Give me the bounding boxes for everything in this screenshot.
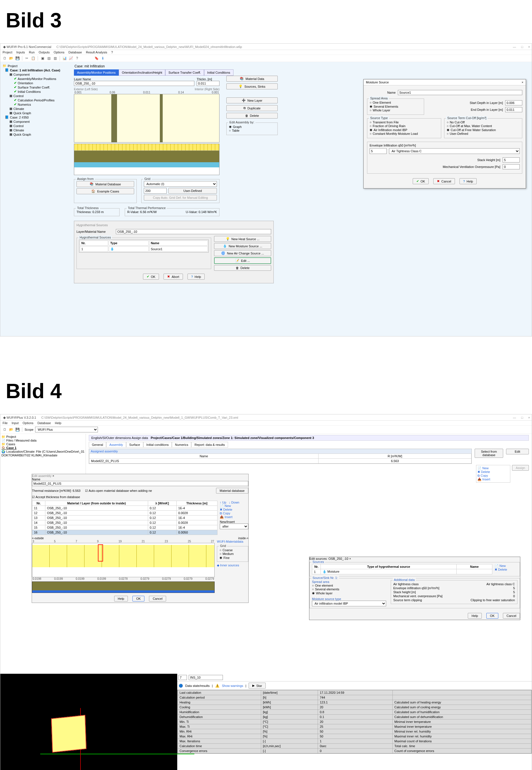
maximize-button[interactable]: □: [521, 416, 523, 419]
table-row[interactable]: 15OSB_250_-100.121E-4: [32, 525, 217, 530]
tab-initial[interactable]: Initial Conditions: [204, 69, 233, 76]
grid-coarse[interactable]: ○ Coarse: [219, 548, 246, 552]
tree-quickgraph[interactable]: ▦ Quick Graph: [1, 111, 70, 115]
help-icon[interactable]: ?: [75, 56, 79, 61]
ea-ok-button[interactable]: OK: [132, 596, 144, 602]
assign-button[interactable]: Assign: [512, 465, 529, 471]
es-help-button[interactable]: Help: [468, 613, 482, 619]
tree-surface[interactable]: ✔ Surface Transfer Coeff.: [1, 85, 70, 89]
tree-cases[interactable]: 📁 Cases: [1, 443, 84, 446]
ea-cancel-button[interactable]: Cancel: [149, 596, 166, 602]
tree-numerics[interactable]: ✔ Numerics: [1, 102, 70, 106]
table-row[interactable]: 1💧Source1: [80, 246, 208, 252]
3d-viewer[interactable]: [0, 674, 177, 770]
duplicate-button[interactable]: ⧉ Duplicate: [226, 105, 278, 111]
assembly-chart[interactable]: [32, 543, 215, 577]
delete-source-button[interactable]: 🗑 Delete: [214, 265, 271, 271]
show-warnings-link[interactable]: Show warnings: [222, 684, 243, 687]
mech-overpressure-input[interactable]: [503, 164, 520, 169]
grid-count-input[interactable]: [144, 188, 167, 194]
assembly-graph[interactable]: [74, 94, 219, 142]
about-icon[interactable]: ℹ: [100, 56, 105, 61]
spread-one-element[interactable]: ○ One Element: [370, 101, 422, 104]
tool-b-icon[interactable]: ▤: [47, 56, 51, 61]
tree-case1[interactable]: 🏠 Case 1: [1, 446, 84, 450]
new-layer-button[interactable]: ➕ New Layer: [226, 97, 278, 103]
abort-button[interactable]: ✖ Abort: [164, 273, 183, 279]
scope-select[interactable]: WUFI Plus: [35, 427, 98, 433]
new-air-change-source-button[interactable]: 🌀 New Air Change Source ...: [214, 250, 271, 256]
tree-c2-control[interactable]: ▦ Control: [1, 124, 70, 128]
menu-result-analysis[interactable]: Result Analysis: [86, 51, 107, 54]
layer-name-input[interactable]: [74, 81, 194, 86]
stack-height-input[interactable]: [503, 157, 520, 162]
assembly-graph-lower[interactable]: [74, 144, 219, 175]
paste-icon[interactable]: 📋: [31, 56, 35, 61]
help-button[interactable]: ? Help: [188, 273, 205, 279]
spread-whole-layer[interactable]: ○ Whole Layer: [370, 108, 422, 112]
close-icon[interactable]: ×: [349, 557, 351, 560]
edit-by-graph[interactable]: ◉Graph: [229, 125, 275, 128]
tab-surface[interactable]: Surface: [126, 442, 143, 448]
table-row[interactable]: 14OSB_250_-100.120.0028: [32, 520, 217, 525]
tree-measured[interactable]: 📄 Files / Measured data: [1, 439, 84, 443]
ms-name-input[interactable]: [398, 90, 522, 95]
new-moisture-source-button[interactable]: 💧 New Moisture Source ...: [214, 243, 271, 249]
spread-several-elements[interactable]: ◉ Several Elements: [370, 104, 422, 108]
minimize-button[interactable]: —: [513, 45, 516, 49]
src-driving-rain[interactable]: ○ Fraction of Driving Rain: [370, 124, 439, 128]
tree-case1[interactable]: 📘 Case: 1 mit Infiltration (Act. Case): [1, 68, 70, 72]
es-ok-button[interactable]: OK: [486, 613, 498, 619]
menu-input[interactable]: Input: [12, 421, 19, 425]
maximize-button[interactable]: □: [521, 45, 523, 49]
breadcrumb-left[interactable]: English/SI/Outer dimensions Assign data: [91, 436, 148, 440]
side-delete[interactable]: ✖ Delete: [477, 470, 509, 474]
close-button[interactable]: ×: [528, 45, 530, 49]
extra-val-input[interactable]: [189, 675, 223, 680]
tab-report[interactable]: Report: data & results: [191, 442, 228, 448]
table-row[interactable]: 12OSB_250_-100.120.0028: [32, 511, 217, 516]
src-delete[interactable]: ✖ Delete: [495, 568, 517, 572]
menu-database[interactable]: Database: [37, 421, 51, 425]
table-row[interactable]: 11OSB_250_-100.121E-4: [32, 506, 217, 511]
open-icon[interactable]: 📂: [9, 56, 13, 61]
new-icon[interactable]: 🗋: [3, 56, 7, 61]
wufi-materialdata-link[interactable]: WUFI-Materialdata: [217, 540, 248, 543]
graph-icon[interactable]: 📊: [62, 56, 67, 61]
tree-c2-component[interactable]: ▦ Component: [1, 119, 70, 124]
close-icon[interactable]: ×: [522, 81, 523, 84]
menu-help[interactable]: Help: [55, 421, 61, 425]
tree-orientation[interactable]: ✔ Orientation: [1, 81, 70, 85]
close-button[interactable]: ×: [528, 416, 530, 419]
tab-initial[interactable]: Initial conditions: [143, 442, 172, 448]
ms-ok-button[interactable]: ✔ OK: [413, 178, 429, 184]
new-heat-source-button[interactable]: 💡 New Heat Source ...: [214, 236, 271, 242]
menu-options[interactable]: Options: [54, 51, 65, 54]
edit-by-table[interactable]: ○Table: [229, 129, 275, 132]
select-from-database-button[interactable]: Select from database: [475, 449, 503, 458]
src-air-infiltration[interactable]: ◉ Air Infiltration model IBP: [370, 128, 439, 132]
edit-button[interactable]: Edit: [506, 449, 529, 455]
start-depth-input[interactable]: [505, 100, 522, 105]
grid-mode-select[interactable]: Automatic (I): [144, 181, 217, 187]
es-several-elements[interactable]: ○ Several elements: [312, 588, 386, 591]
close-icon[interactable]: ×: [53, 474, 54, 478]
ms-help-button[interactable]: ? Help: [460, 178, 477, 184]
tree-assembly[interactable]: ✔ Assembly/Monitor Positions: [1, 77, 70, 81]
menu-run[interactable]: Run: [29, 51, 35, 54]
material-database-button[interactable]: 📚 Material Database: [76, 181, 134, 187]
minimize-button[interactable]: —: [513, 416, 516, 419]
ok-button[interactable]: ✔ OK: [143, 273, 159, 279]
start-button[interactable]: ▶ Star: [249, 683, 266, 689]
tab-assembly[interactable]: Assembly/Monitor Positions: [74, 69, 119, 76]
tree-c2-climate[interactable]: ▦ Climate: [1, 128, 70, 132]
air-tightness-select[interactable]: Air Tightness Class C: [389, 148, 520, 154]
copy-grid-button[interactable]: Copy Auto. Grid Def. for Manual Editing: [144, 195, 217, 200]
breadcrumb[interactable]: Project/Cases/Case 1/Building/Simulated …: [151, 436, 314, 440]
tab-assembly[interactable]: Assembly: [106, 442, 126, 448]
tool-a-icon[interactable]: ▣: [40, 56, 45, 61]
tool-c-icon[interactable]: ▥: [53, 56, 57, 61]
extra-nr-input[interactable]: [178, 675, 187, 680]
tab-numerics[interactable]: Numerics: [172, 442, 191, 448]
tab-general[interactable]: General: [89, 442, 106, 448]
